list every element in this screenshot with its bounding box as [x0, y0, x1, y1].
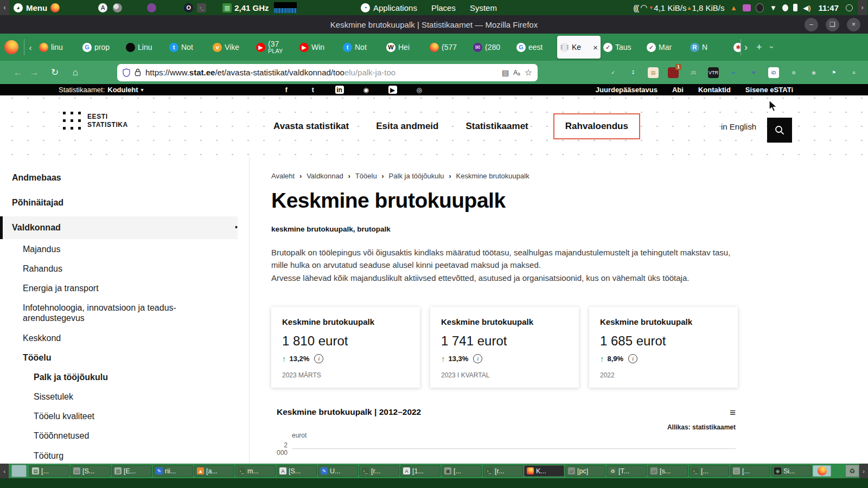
- search-button[interactable]: [767, 118, 792, 143]
- terminal-icon[interactable]: ›_: [197, 3, 206, 12]
- battery-icon[interactable]: [793, 4, 797, 11]
- breadcrumb-item[interactable]: Palk ja tööjõukulu: [389, 172, 444, 180]
- notes-icon[interactable]: ▤: [648, 67, 659, 78]
- breadcrumb-item[interactable]: Avaleht: [271, 172, 295, 180]
- clock[interactable]: 11:47: [818, 3, 839, 12]
- browser-tab[interactable]: ✱ MAI ×: [731, 36, 741, 59]
- panel-expand-button[interactable]: ›: [858, 0, 867, 15]
- header-link[interactable]: Sisene eSTATi: [745, 86, 793, 94]
- bookmark-star-icon[interactable]: ☆: [525, 67, 532, 78]
- back-button[interactable]: ←: [10, 61, 26, 84]
- sidebar-item[interactable]: Põhinäitajad: [0, 191, 238, 214]
- search-tool-icon[interactable]: A: [98, 3, 107, 12]
- browser-tab[interactable]: Linu ×: [123, 36, 167, 59]
- nav-item[interactable]: Rahvaloendus: [553, 113, 640, 139]
- tor-browser-icon[interactable]: O: [184, 3, 193, 12]
- cpu-applet[interactable]: ▥ 2,41 GHz: [218, 0, 301, 15]
- browser-tab[interactable]: W Hei ×: [384, 36, 427, 59]
- filter-triangle-icon[interactable]: ▼: [748, 67, 759, 78]
- youtube-icon[interactable]: ▶: [388, 86, 397, 94]
- header-link[interactable]: Juurdepääsetavus: [596, 86, 658, 94]
- gears-icon[interactable]: [113, 3, 122, 12]
- site-switcher[interactable]: Statistikaamet: Koduleht ▾: [59, 86, 144, 94]
- coin-tray-icon[interactable]: [756, 3, 764, 12]
- chart-menu-icon[interactable]: ≡: [730, 407, 736, 418]
- lock-icon[interactable]: [135, 68, 141, 76]
- taskbar-window-button[interactable]: ›_ [...: [689, 465, 729, 477]
- menu-icon[interactable]: ≡: [848, 67, 859, 78]
- bell-icon[interactable]: [782, 4, 788, 11]
- reload-button[interactable]: ↻: [47, 61, 63, 84]
- taskbar-window-button[interactable]: [813, 465, 831, 477]
- taskbar-window-button[interactable]: ▥ [E...: [112, 465, 152, 477]
- taskbar-window-button[interactable]: ♻ [T...: [607, 465, 647, 477]
- browser-tab[interactable]: ▶ Win ×: [297, 36, 340, 59]
- wifi-tray-icon[interactable]: ▼: [769, 3, 777, 12]
- coin-icon[interactable]: ◉: [808, 67, 819, 78]
- taskbar-window-button[interactable]: ▤ [...: [29, 465, 69, 477]
- browser-tab[interactable]: t Not ×: [167, 36, 210, 59]
- ublock-icon[interactable]: 1: [668, 67, 679, 78]
- forward-button[interactable]: →: [26, 61, 42, 84]
- translate-icon[interactable]: Aₐ: [513, 69, 520, 76]
- close-button[interactable]: ×: [847, 18, 860, 31]
- taskbar-window-button[interactable]: ▱ [pc]: [565, 465, 605, 477]
- sidebar-item[interactable]: Tööõnnetused: [0, 426, 238, 445]
- show-desktop-button[interactable]: [11, 465, 27, 477]
- power-icon[interactable]: [846, 4, 853, 11]
- twitter-icon[interactable]: t: [309, 86, 317, 94]
- browser-tab[interactable]: t Not ×: [340, 36, 384, 59]
- sidebar-item[interactable]: Valdkonnad: [0, 216, 238, 239]
- taskbar-window-button[interactable]: ✎ rii...: [153, 465, 193, 477]
- sidebar-item[interactable]: Majandus: [0, 240, 238, 259]
- header-link[interactable]: Kontaktid: [698, 86, 731, 94]
- network-monitor[interactable]: ((( ◠ ▾ 4,1 KiB/s ▴ 1,8 KiB/s: [633, 3, 724, 12]
- browser-tab[interactable]: G prop ×: [80, 36, 123, 59]
- taskbar-window-button[interactable]: ›_ [r...: [483, 465, 523, 477]
- breadcrumb-item[interactable]: Keskmine brutokuupalk: [456, 172, 529, 180]
- instagram-icon[interactable]: ◎: [415, 86, 424, 94]
- browser-tab[interactable]: (577 ×: [427, 36, 470, 59]
- vlc-tray-icon[interactable]: ▲: [729, 3, 738, 12]
- reader-mode-icon[interactable]: ▤: [502, 68, 509, 77]
- taskbar-window-button[interactable]: ▱ [s...: [648, 465, 688, 477]
- globe-icon[interactable]: ⊕: [788, 67, 799, 78]
- vtr-icon[interactable]: VTR: [708, 67, 719, 78]
- sidebar-item[interactable]: Rahandus: [0, 259, 238, 278]
- firefox-view-icon[interactable]: [4, 40, 18, 54]
- browser-tab[interactable]: G eest ×: [514, 36, 557, 59]
- browser-tab[interactable]: ✓ Mar ×: [644, 36, 687, 59]
- tab-close-button[interactable]: ×: [593, 43, 598, 52]
- nav-item[interactable]: Esita andmeid: [374, 118, 441, 135]
- nav-item[interactable]: Statistikaamet: [463, 118, 530, 135]
- panel-collapse-button[interactable]: ‹: [0, 0, 9, 15]
- download-icon[interactable]: ↧: [628, 67, 639, 78]
- url-text[interactable]: https://www.stat.ee/et/avasta-statistika…: [145, 68, 497, 77]
- breadcrumb-item[interactable]: Valdkonnad: [307, 172, 343, 180]
- browser-tab[interactable]: ✉ (280 ×: [470, 36, 514, 59]
- sidebar-item[interactable]: Sissetulek: [0, 387, 238, 406]
- sidebar-item[interactable]: Energia ja transport: [0, 279, 238, 298]
- browser-tab[interactable]: ✓ Taus ×: [601, 36, 644, 59]
- breadcrumb-item[interactable]: Tööelu: [355, 172, 377, 180]
- taskbar-window-button[interactable]: ▭ [S...: [71, 465, 111, 477]
- browser-tab[interactable]: R N ×: [687, 36, 731, 59]
- taskbar-window-button[interactable]: ✎ U...: [318, 465, 358, 477]
- site-logo[interactable]: EESTISTATISTIKA: [60, 110, 131, 132]
- taskbar-window-button[interactable]: ◉ Si...: [771, 465, 812, 477]
- taskbar-window-button[interactable]: ›_ [r...: [359, 465, 399, 477]
- js-icon[interactable]: JS: [688, 67, 699, 78]
- info-icon[interactable]: i: [473, 354, 482, 363]
- sidebar-item[interactable]: Tööelu kvaliteet: [0, 407, 238, 426]
- facebook-icon[interactable]: f: [282, 86, 291, 94]
- system-menu[interactable]: System: [470, 0, 497, 15]
- linkedin-icon[interactable]: in: [335, 86, 344, 94]
- sidebar-item[interactable]: Andmebaas: [0, 166, 238, 189]
- volume-icon[interactable]: ◀): [802, 3, 811, 12]
- pocket-icon[interactable]: ✓: [608, 67, 618, 78]
- browser-tab[interactable]: ▶ (37PLAY ×: [253, 36, 297, 59]
- menu-button[interactable]: ◕ Menu: [9, 0, 64, 15]
- taskbar-window-button[interactable]: ▲ [a...: [194, 465, 234, 477]
- firefox-icon[interactable]: [50, 3, 60, 12]
- places-menu[interactable]: Places: [431, 0, 456, 15]
